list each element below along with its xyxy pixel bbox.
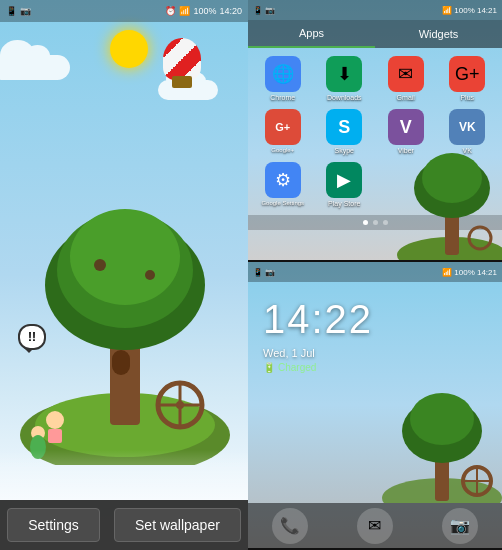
app-icon-plus[interactable]: G+ Plus <box>441 56 495 101</box>
battery-text: 100% <box>193 6 216 16</box>
play-label: Play Store <box>328 200 360 207</box>
downloads-label: Downloads <box>327 94 362 101</box>
chrome-label: Chrome <box>270 94 295 101</box>
message-icon[interactable]: ✉ <box>357 508 393 544</box>
tree-scene-svg <box>10 175 240 465</box>
status-bar-left: 📱 📷 <box>6 6 31 16</box>
app-icon-gsettings[interactable]: ⚙ Google Settings <box>256 162 310 207</box>
balloon-body <box>163 38 201 80</box>
camera-icon[interactable]: 📷 <box>442 508 478 544</box>
plus-icon: G+ <box>449 56 485 92</box>
gsettings-label: Google Settings <box>261 200 304 206</box>
svg-rect-14 <box>48 429 62 443</box>
set-wallpaper-button[interactable]: Set wallpaper <box>114 508 241 542</box>
lock-bottom-bar: 📞 ✉ 📷 <box>248 503 502 548</box>
lock-time-display: 14:22 <box>248 282 502 347</box>
lock-date-display: Wed, 1 Jul <box>248 347 502 359</box>
app-icon-googleplus[interactable]: G+ Google+ <box>256 109 310 154</box>
plus-label: Plus <box>460 94 474 101</box>
skype-icon: S <box>326 109 362 145</box>
lock-signal-battery: 📶 100% 14:21 <box>442 268 497 277</box>
settings-button[interactable]: Settings <box>7 508 100 542</box>
chrome-icon: 🌐 <box>265 56 301 92</box>
screenshot-icon: 📷 <box>20 6 31 16</box>
skype-label: Skype <box>335 147 354 154</box>
status-bar-right: ⏰ 📶 100% 14:20 <box>165 6 242 16</box>
lock-status-bar: 📱 📷 📶 100% 14:21 <box>248 262 502 282</box>
left-panel: 📱 📷 ⏰ 📶 100% 14:20 <box>0 0 248 550</box>
balloon-basket <box>172 76 192 88</box>
rt-icons-left: 📱 📷 <box>253 6 275 15</box>
app-drawer-screen: 📱 📷 📶 100% 14:21 Apps Widgets 🌐 Chrome <box>248 0 502 260</box>
notification-icon: 📱 <box>6 6 17 16</box>
dot-1 <box>363 220 368 225</box>
bottom-buttons-bar: Settings Set wallpaper <box>0 500 248 550</box>
mini-tree-svg-bottom <box>382 393 502 503</box>
svg-point-25 <box>410 393 474 445</box>
rt-signal-battery-time: 📶 100% 14:21 <box>442 6 497 15</box>
tab-widgets[interactable]: Widgets <box>375 20 502 48</box>
main-container: 📱 📷 ⏰ 📶 100% 14:20 <box>0 0 502 550</box>
app-icon-chrome[interactable]: 🌐 Chrome <box>256 56 310 101</box>
cloud-1 <box>0 55 70 80</box>
sun <box>110 30 148 68</box>
right-top-status-bar: 📱 📷 📶 100% 14:21 <box>248 0 502 20</box>
svg-rect-8 <box>112 350 130 375</box>
right-top-tree-preview <box>372 140 502 260</box>
lock-screen-tree <box>382 393 502 503</box>
svg-point-7 <box>145 270 155 280</box>
phone-icon[interactable]: 📞 <box>272 508 308 544</box>
right-panel: 📱 📷 📶 100% 14:21 Apps Widgets 🌐 Chrome <box>248 0 502 550</box>
lock-screen: 📱 📷 📶 100% 14:21 14:22 Wed, 1 Jul 🔋 Char… <box>248 262 502 548</box>
svg-point-20 <box>422 153 482 203</box>
gsettings-icon: ⚙ <box>265 162 301 198</box>
charged-label: Charged <box>278 362 316 373</box>
speech-text: !! <box>28 330 36 344</box>
wifi-icon: 📶 <box>179 6 190 16</box>
svg-point-5 <box>70 209 180 305</box>
battery-icon: 🔋 <box>263 362 275 373</box>
googleplus-label: Google+ <box>271 147 294 153</box>
gmail-icon: ✉ <box>388 56 424 92</box>
time-display: 14:20 <box>219 6 242 16</box>
svg-point-13 <box>46 411 64 429</box>
googleplus-icon: G+ <box>265 109 301 145</box>
play-icon: ▶ <box>326 162 362 198</box>
app-icon-downloads[interactable]: ⬇ Downloads <box>318 56 372 101</box>
downloads-icon: ⬇ <box>326 56 362 92</box>
svg-point-6 <box>94 259 106 271</box>
app-icon-skype[interactable]: S Skype <box>318 109 372 154</box>
speech-bubble: !! <box>18 324 46 350</box>
lock-icons-left: 📱 📷 <box>253 268 275 277</box>
gmail-label: Gmail <box>397 94 415 101</box>
tab-apps[interactable]: Apps <box>248 20 375 48</box>
lock-charged-status: 🔋 Charged <box>248 359 502 376</box>
app-icon-gmail[interactable]: ✉ Gmail <box>379 56 433 101</box>
app-icon-play[interactable]: ▶ Play Store <box>318 162 372 207</box>
left-status-bar: 📱 📷 ⏰ 📶 100% 14:20 <box>0 0 248 22</box>
mini-tree-svg-top <box>372 140 502 260</box>
hot-air-balloon <box>163 38 203 88</box>
alarm-icon: ⏰ <box>165 6 176 16</box>
tabs-bar: Apps Widgets <box>248 20 502 48</box>
